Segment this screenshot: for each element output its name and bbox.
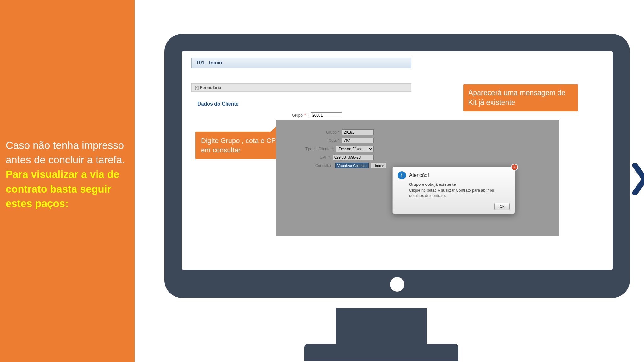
- dialog-title: Atenção!: [409, 173, 429, 178]
- dialog-ok-button[interactable]: Ok: [494, 203, 510, 210]
- dialog-message-bold: Grupo e cota já existente: [409, 182, 510, 187]
- overlay-label-cpf: CPF *:: [320, 155, 331, 160]
- overlay-label-grupo: Grupo *:: [326, 130, 340, 134]
- overlay-label-tipo: Tipo de Cliente *:: [305, 147, 334, 151]
- overlay-row-grupo: Grupo *:: [286, 129, 550, 135]
- overlay-limpar-button[interactable]: Limpar: [371, 163, 386, 168]
- overlay-consultar-label: Consultar:: [315, 163, 333, 168]
- overlay-row-cota: Cota *:: [286, 138, 550, 143]
- row-grupo: Grupo *:: [191, 112, 411, 118]
- overlay-label-cota: Cota *:: [329, 138, 340, 143]
- dialog-body: Grupo e cota já existente Clique no botã…: [409, 182, 510, 199]
- form-section-toggle[interactable]: [-] Formulário: [191, 83, 411, 92]
- dialog-close-button[interactable]: ×: [511, 164, 518, 171]
- info-icon: i: [398, 171, 406, 179]
- dialog-header: i Atenção!: [398, 171, 510, 179]
- callout-kit-message: Aparecerá uma mensagem de Kit já existen…: [463, 84, 578, 111]
- sidebar-text-intro: Caso não tenha impresso antes de conclui…: [6, 140, 125, 166]
- label-grupo: Grupo: [292, 113, 303, 118]
- overlay-row-cpf: CPF *:: [286, 155, 550, 160]
- sidebar-text-highlight: Para visualizar a via de contrato basta …: [6, 168, 119, 209]
- overlay-select-tipo[interactable]: Pessoa Física: [336, 146, 374, 152]
- required-mark: *: [304, 113, 306, 118]
- attention-dialog: × i Atenção! Grupo e cota já existente C…: [392, 167, 515, 214]
- dialog-message-text: Clique no botão Visualizar Contrato para…: [409, 188, 494, 198]
- main-area: T01 - Inicio [-] Formulário Dados do Cli…: [135, 0, 644, 362]
- overlay-input-grupo[interactable]: [342, 129, 374, 135]
- form-section-title: Dados do Cliente: [197, 101, 411, 107]
- next-slide-arrow[interactable]: [631, 163, 644, 195]
- overlay-input-cota[interactable]: [342, 138, 374, 143]
- overlay-row-tipo: Tipo de Cliente *: Pessoa Física: [286, 146, 550, 152]
- overlay-input-cpf[interactable]: [333, 155, 374, 160]
- chevron-right-icon: [631, 163, 644, 195]
- dialog-footer: Ok: [398, 203, 510, 210]
- monitor-camera: [390, 277, 404, 292]
- monitor-base: [304, 344, 458, 361]
- page-header: T01 - Inicio: [191, 58, 411, 68]
- sidebar-panel: Caso não tenha impresso antes de conclui…: [0, 0, 135, 362]
- input-grupo[interactable]: [311, 112, 342, 118]
- visualizar-contrato-button[interactable]: Visualizar Contrato: [335, 163, 369, 168]
- section-toggle-label: [-] Formulário: [195, 85, 221, 90]
